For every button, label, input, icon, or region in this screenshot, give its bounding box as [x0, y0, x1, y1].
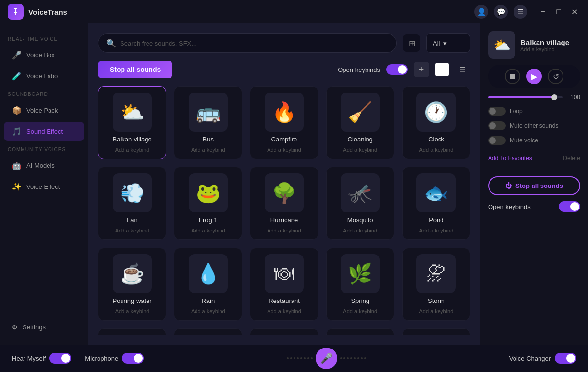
repeat-button[interactable]: ↺	[548, 69, 564, 84]
sound-card-storm[interactable]: ⛈StormAdd a keybind	[402, 248, 470, 321]
sound-card-campfire[interactable]: 🔥CampfireAdd a keybind	[250, 86, 318, 159]
color-picker[interactable]	[435, 63, 449, 76]
sound-card-spring[interactable]: 🌿SpringAdd a keybind	[326, 248, 394, 321]
sound-card-partial3[interactable]: 🌪	[250, 328, 318, 335]
sound-name-cleaning: Cleaning	[348, 136, 373, 143]
hear-myself-toggle[interactable]	[49, 353, 71, 364]
mic-button[interactable]: 🎤	[316, 348, 337, 369]
open-keybinds-row: Open keybinds	[488, 201, 580, 212]
ai-models-icon: 🤖	[12, 161, 22, 170]
open-keybinds-toggle[interactable]	[559, 201, 580, 212]
keybinds-toggle[interactable]	[386, 64, 408, 75]
minimize-button[interactable]: −	[537, 6, 549, 18]
mute-other-toggle[interactable]	[488, 121, 506, 130]
sound-card-pond[interactable]: 🐟PondAdd a keybind	[402, 167, 470, 240]
voice-effect-icon: ✨	[12, 182, 22, 191]
delete-button[interactable]: Delete	[563, 153, 580, 164]
sound-icon-spring: 🌿	[341, 254, 380, 293]
stop-all-panel-button[interactable]: ⏻ Stop all sounds	[488, 176, 580, 195]
titlebar-left: 🎙 VoiceTrans	[8, 4, 67, 20]
voice-changer-label: Voice Changer	[509, 355, 551, 362]
sidebar-item-sound-effect[interactable]: 🎵 Sound Effect	[4, 122, 84, 141]
voice-changer-toggle[interactable]	[555, 353, 576, 364]
sound-keybind-clock: Add a keybind	[419, 147, 454, 153]
app-logo: 🎙	[8, 4, 24, 20]
sound-name-frog1: Frog 1	[199, 216, 218, 224]
stop-button[interactable]: ⏹	[505, 69, 520, 84]
discord-icon[interactable]: 💬	[494, 5, 508, 19]
category-dropdown[interactable]: All ▾	[426, 33, 470, 53]
sidebar-item-voice-pack[interactable]: 📦 Voice Pack	[4, 101, 84, 120]
sidebar-item-ai-models[interactable]: 🤖 AI Models	[4, 156, 84, 175]
sound-keybind-pond: Add a keybind	[419, 228, 454, 233]
grid-toggle-button[interactable]: ⊞	[403, 34, 420, 52]
sound-card-partial5[interactable]: 🏍	[402, 328, 470, 335]
sound-card-partial1[interactable]: 📟	[98, 328, 166, 335]
sidebar-item-label: Sound Effect	[26, 128, 63, 135]
sound-effect-icon: 🎵	[12, 127, 22, 136]
right-panel: ⛅ Balkan village Add a keybind ⏹ ▶ ↺ 100	[480, 23, 588, 345]
sound-icon-clock: 🕐	[416, 93, 456, 132]
sound-keybind-rain: Add a keybind	[191, 308, 225, 314]
sidebar-item-voice-effect[interactable]: ✨ Voice Effect	[4, 177, 84, 196]
sound-name-storm: Storm	[428, 297, 445, 304]
maximize-button[interactable]: □	[553, 6, 564, 18]
volume-slider[interactable]	[488, 96, 563, 98]
stop-all-panel-label: Stop all sounds	[515, 182, 563, 189]
sidebar-item-label: Voice Effect	[26, 183, 60, 190]
open-keybinds-panel-label: Open keybinds	[488, 203, 531, 210]
microphone-item: Microphone	[85, 353, 144, 364]
sound-name-rain: Rain	[201, 297, 215, 304]
microphone-toggle[interactable]	[122, 353, 144, 364]
realtime-voice-label: REAL-TIME VOICE	[0, 31, 88, 45]
sound-icon-campfire: 🔥	[265, 93, 304, 132]
sound-icon-fan: 💨	[113, 173, 152, 212]
sound-card-hurricane[interactable]: 🌳HurricaneAdd a keybind	[250, 167, 318, 240]
sound-card-frog1[interactable]: 🐸Frog 1Add a keybind	[174, 167, 242, 240]
titlebar-right: 👤 💬 ☰ − □ ✕	[474, 5, 580, 19]
mute-voice-option: Mute voice	[488, 136, 580, 145]
sidebar-item-label: Voice Labo	[26, 72, 58, 80]
menu-icon[interactable]: ☰	[514, 5, 527, 19]
sound-card-rain[interactable]: 💧RainAdd a keybind	[174, 248, 242, 321]
sound-card-balkan-village[interactable]: ⛅Balkan villageAdd a keybind	[98, 86, 166, 159]
add-button[interactable]: +	[414, 62, 429, 77]
sound-card-partial2[interactable]: ⛈	[174, 328, 242, 335]
panel-thumb-icon: ⛅	[493, 37, 511, 53]
sound-card-mosquito[interactable]: 🦟MosquitoAdd a keybind	[326, 167, 394, 240]
mute-voice-toggle[interactable]	[488, 136, 506, 145]
titlebar: 🎙 VoiceTrans 👤 💬 ☰ − □ ✕	[0, 0, 588, 23]
search-input[interactable]	[120, 40, 389, 47]
play-button[interactable]: ▶	[526, 69, 542, 84]
voice-changer-item: Voice Changer	[509, 353, 576, 364]
sound-icon-rain: 💧	[189, 254, 228, 293]
sound-card-partial4[interactable]: 🚗	[326, 328, 394, 335]
settings-item[interactable]: ⚙ Settings	[4, 319, 84, 336]
sound-card-fan[interactable]: 💨FanAdd a keybind	[98, 167, 166, 240]
search-box[interactable]: 🔍	[98, 33, 397, 53]
sidebar-item-voice-labo[interactable]: 🧪 Voice Labo	[4, 67, 84, 86]
stop-all-button[interactable]: Stop all sounds	[98, 61, 172, 78]
sound-card-clock[interactable]: 🕐ClockAdd a keybind	[402, 86, 470, 159]
mute-voice-label: Mute voice	[510, 137, 538, 144]
loop-toggle[interactable]	[488, 107, 506, 116]
sound-keybind-hurricane: Add a keybind	[267, 228, 301, 233]
soundboard-label: SOUNDBOARD	[0, 87, 88, 100]
sound-name-bus: Bus	[203, 136, 214, 143]
voice-pack-icon: 📦	[12, 106, 22, 115]
list-view-button[interactable]: ☰	[455, 62, 470, 77]
sound-card-restaurant[interactable]: 🍽RestaurantAdd a keybind	[250, 248, 318, 321]
sound-card-pouring-water[interactable]: ☕Pouring waterAdd a keybind	[98, 248, 166, 321]
sound-icon-bus: 🚌	[189, 93, 228, 132]
mute-other-option: Mute other sounds	[488, 121, 580, 130]
add-favorites-button[interactable]: Add To Favorites	[488, 153, 532, 164]
close-button[interactable]: ✕	[568, 6, 580, 18]
panel-thumbnail: ⛅	[488, 31, 515, 59]
sound-keybind-bus: Add a keybind	[191, 147, 225, 153]
sidebar-item-voice-box[interactable]: 🎤 Voice Box	[4, 46, 84, 65]
sound-card-cleaning[interactable]: 🧹CleaningAdd a keybind	[326, 86, 394, 159]
panel-sound-sub: Add a keybind	[520, 46, 569, 52]
avatar-icon[interactable]: 👤	[474, 5, 488, 19]
left-dots	[287, 357, 313, 359]
sound-card-bus[interactable]: 🚌BusAdd a keybind	[174, 86, 242, 159]
